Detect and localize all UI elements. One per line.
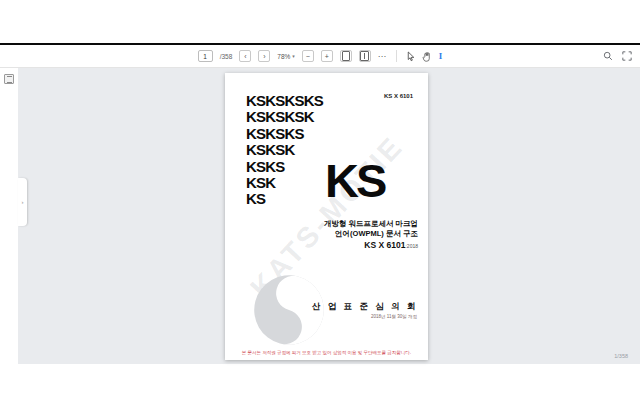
- search-icon: [603, 51, 613, 61]
- ks-line: KSKS: [246, 159, 323, 175]
- pan-tool-button[interactable]: [422, 50, 432, 62]
- browser-top-chrome: [0, 0, 640, 43]
- copyright-notice: 본 문서는 저작권 규정에 의거 보호 받고 있어 상업적 이용 및 무단배포를…: [225, 350, 428, 355]
- standard-year: :2018: [405, 243, 418, 249]
- zoom-level-dropdown[interactable]: 78% ▾: [277, 53, 295, 60]
- standard-title-block: 개방형 워드프로세서 마크업 언어(OWPML) 문서 구조 KS X 6101…: [324, 219, 418, 250]
- ks-line: KSKSKSKS: [246, 93, 323, 109]
- select-tool-button[interactable]: [406, 50, 415, 62]
- title-line-1: 개방형 워드프로세서 마크업: [324, 219, 418, 229]
- page-number-input[interactable]: [198, 50, 213, 62]
- ks-line: KS: [246, 191, 323, 207]
- document-canvas: › KATS-MOTIE KS X 6101 KSKSKSKS KSKSKSK …: [0, 68, 640, 364]
- revision-date: 2018년 11월 30일 개정: [371, 314, 417, 319]
- ks-line: KSKSK: [246, 142, 323, 158]
- document-page[interactable]: KATS-MOTIE KS X 6101 KSKSKSKS KSKSKSK KS…: [225, 73, 428, 360]
- search-button[interactable]: [603, 51, 613, 61]
- browser-bottom-chrome: [0, 364, 640, 400]
- standard-corner-reference: KS X 6101: [384, 93, 413, 99]
- ks-line: KSKSKS: [246, 126, 323, 142]
- ks-repeated-wordmark: KSKSKSKS KSKSKSK KSKSKS KSKSK KSKS KSK K…: [246, 93, 323, 208]
- toolbar-right-controls: [603, 45, 632, 67]
- chevron-down-icon: ▾: [292, 53, 295, 59]
- zoom-out-button[interactable]: −: [302, 50, 314, 62]
- hand-icon: [422, 51, 432, 62]
- zoom-in-button[interactable]: +: [321, 50, 333, 62]
- toolbar-separator: [396, 50, 397, 62]
- title-line-2: 언어(OWPML) 문서 구조: [324, 229, 418, 239]
- next-page-button[interactable]: ›: [258, 50, 270, 62]
- thumbnails-icon: [7, 76, 12, 83]
- standards-council-name: 산 업 표 준 심 의 회: [312, 301, 418, 313]
- sidebar-expand-handle[interactable]: ›: [18, 178, 27, 226]
- fit-page-button[interactable]: [340, 50, 352, 62]
- standard-number: KS X 6101:2018: [324, 240, 418, 250]
- previous-page-button[interactable]: ‹: [239, 50, 251, 62]
- ks-logo-large: KS: [325, 157, 384, 204]
- ks-line: KSK: [246, 175, 323, 191]
- zoom-level-value: 78%: [277, 53, 290, 60]
- ks-line: KSKSKSK: [246, 109, 323, 125]
- standard-number-text: KS X 6101: [364, 240, 405, 250]
- text-select-tool-button[interactable]: I: [439, 50, 443, 62]
- two-page-icon: [360, 51, 369, 61]
- two-page-view-button[interactable]: [359, 50, 371, 62]
- sidebar-toggle-button[interactable]: [4, 74, 14, 84]
- page-count-label: /358: [220, 53, 233, 60]
- fit-page-icon: [342, 51, 350, 61]
- toolbar-center-controls: /358 ‹ › 78% ▾ − + ⋯ I: [198, 50, 443, 62]
- fullscreen-button[interactable]: [622, 51, 632, 61]
- collapsed-sidebar: [0, 68, 18, 364]
- page-position-indicator: 1/358: [614, 353, 628, 359]
- cursor-arrow-icon: [406, 51, 415, 62]
- fullscreen-icon: [622, 51, 632, 61]
- more-options-button[interactable]: ⋯: [378, 50, 387, 62]
- viewer-toolbar: /358 ‹ › 78% ▾ − + ⋯ I: [0, 45, 640, 68]
